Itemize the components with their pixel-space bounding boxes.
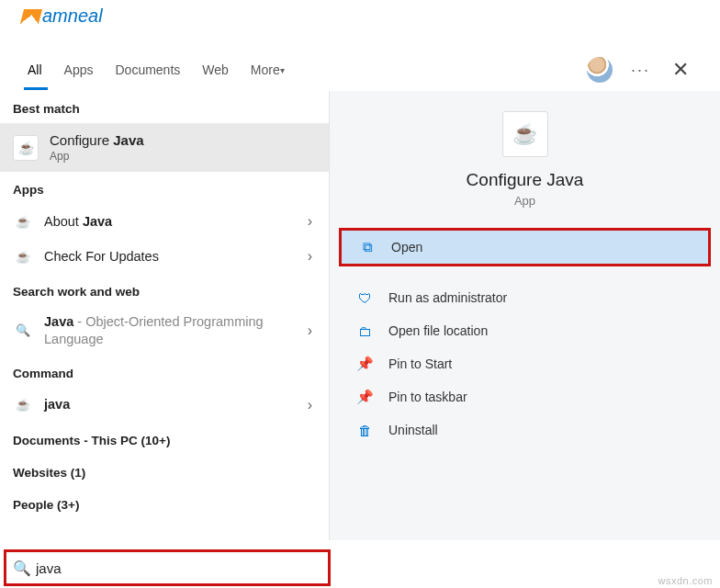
pin-icon: 📌	[355, 389, 374, 405]
action-pin-taskbar[interactable]: 📌 Pin to taskbar	[330, 380, 720, 413]
search-box[interactable]: 🔍	[4, 549, 331, 586]
folder-icon: 🗀	[355, 323, 374, 339]
user-avatar[interactable]	[587, 57, 613, 83]
brand-logo: amneal	[22, 6, 103, 27]
filter-tabs: All Apps Documents Web More ··· ✕	[0, 51, 720, 88]
java-icon: ☕	[13, 215, 33, 229]
search-web-header: Search work and web	[0, 274, 329, 306]
app-check-updates[interactable]: ☕ Check For Updates ›	[0, 239, 329, 274]
chevron-right-icon: ›	[308, 213, 316, 230]
chevron-right-icon: ›	[308, 248, 316, 265]
java-icon: ☕	[13, 250, 33, 264]
best-match-header: Best match	[0, 91, 329, 123]
java-icon: ☕	[502, 111, 548, 157]
web-result-java[interactable]: 🔍 Java - Object-Oriented Programming Lan…	[0, 306, 329, 356]
best-match-result[interactable]: ☕ Configure Java App	[0, 123, 329, 172]
search-icon: 🔍	[12, 560, 32, 577]
people-header[interactable]: People (3+)	[0, 487, 329, 519]
command-header: Command	[0, 356, 329, 388]
chevron-right-icon: ›	[308, 397, 316, 413]
tab-web[interactable]: Web	[191, 51, 240, 88]
admin-icon: 🛡	[355, 290, 374, 306]
pin-icon: 📌	[355, 356, 374, 372]
trash-icon: 🗑	[355, 423, 374, 438]
command-java[interactable]: ☕ java ›	[0, 388, 329, 423]
tab-more[interactable]: More	[240, 51, 296, 88]
search-icon: 🔍	[13, 323, 33, 337]
websites-header[interactable]: Websites (1)	[0, 455, 329, 487]
java-icon: ☕	[13, 135, 39, 161]
apps-header: Apps	[0, 172, 329, 204]
open-highlight: ⧉ Open	[339, 228, 711, 266]
app-about-java[interactable]: ☕ About Java ›	[0, 204, 329, 239]
java-icon: ☕	[13, 398, 33, 412]
search-input[interactable]	[32, 560, 322, 576]
action-uninstall[interactable]: 🗑 Uninstall	[330, 413, 720, 447]
tab-apps[interactable]: Apps	[53, 51, 105, 88]
tab-all[interactable]: All	[18, 51, 53, 88]
action-open[interactable]: ⧉ Open	[342, 231, 708, 264]
chevron-right-icon: ›	[308, 322, 316, 339]
app-title: Configure Java	[467, 170, 584, 190]
documents-header[interactable]: Documents - This PC (10+)	[0, 423, 329, 455]
open-icon: ⧉	[358, 239, 377, 255]
tab-documents[interactable]: Documents	[104, 51, 191, 88]
action-open-location[interactable]: 🗀 Open file location	[330, 314, 720, 347]
options-menu[interactable]: ···	[622, 61, 659, 80]
close-button[interactable]: ✕	[659, 58, 702, 82]
app-subtitle: App	[514, 194, 535, 208]
action-pin-start[interactable]: 📌 Pin to Start	[330, 347, 720, 380]
watermark: wsxdn.com	[658, 575, 713, 586]
action-run-admin[interactable]: 🛡 Run as administrator	[330, 281, 720, 314]
